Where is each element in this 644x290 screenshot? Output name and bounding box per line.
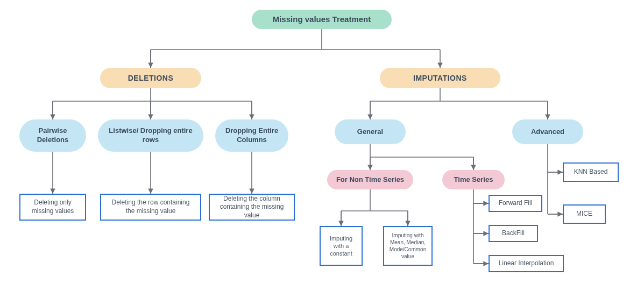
dropcol-desc-box: Deleting the column containing the missi…	[209, 194, 295, 221]
time-series-node: Time Series	[442, 170, 505, 189]
linear-interpolation-box: Linear Interpolation	[489, 255, 564, 272]
backfill-box: BackFill	[489, 225, 538, 242]
imputations-node: IMPUTATIONS	[380, 68, 500, 88]
listwise-desc-box: Deleting the row containing the missing …	[100, 194, 201, 221]
mice-box: MICE	[563, 204, 606, 224]
impute-constant-box: Imputing with a constant	[320, 226, 363, 266]
general-node: General	[335, 119, 406, 144]
deletions-node: DELETIONS	[100, 68, 201, 88]
non-time-series-node: For Non Time Series	[327, 170, 413, 189]
listwise-node: Listwise/ Dropping entire rows	[98, 119, 203, 152]
root-node: Missing values Treatment	[252, 10, 392, 29]
pairwise-deletions-node: Pairwise Deletions	[19, 119, 86, 152]
drop-columns-node: Dropping Entire Columns	[215, 119, 288, 152]
impute-stats-box: Imputing with Mean, Median, Mode/Common …	[383, 226, 433, 266]
knn-based-box: KNN Based	[563, 162, 619, 182]
advanced-node: Advanced	[512, 119, 583, 144]
pairwise-desc-box: Deleting only missing values	[19, 194, 86, 221]
forward-fill-box: Forward Fill	[489, 195, 542, 212]
